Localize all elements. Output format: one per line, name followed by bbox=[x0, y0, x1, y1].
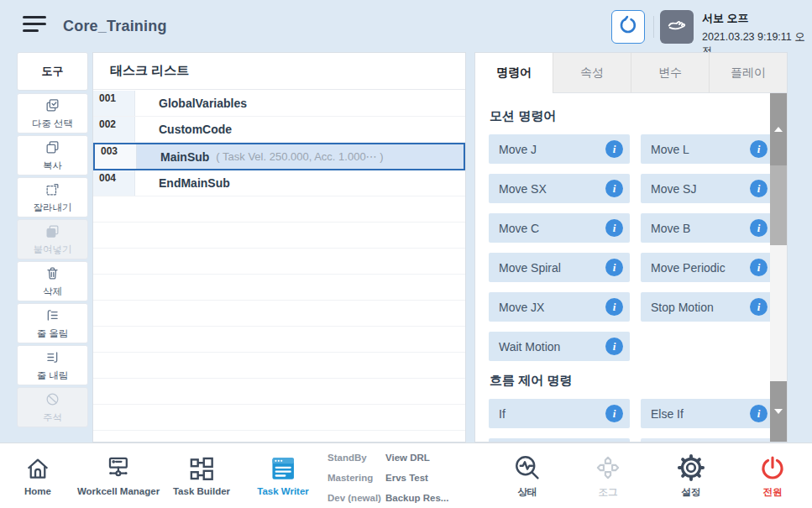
info-icon[interactable]: i bbox=[605, 180, 623, 197]
menu-icon[interactable] bbox=[23, 16, 48, 38]
tools-sidebar: 도구 다중 선택복사잘라내기붙여넣기삭제줄 올림줄 내림주석 bbox=[17, 52, 88, 443]
task-builder-icon bbox=[173, 451, 230, 483]
nav-task-builder[interactable]: Task Builder bbox=[173, 451, 230, 496]
info-icon[interactable]: i bbox=[605, 298, 623, 316]
nav-settings[interactable]: 설정 bbox=[676, 451, 706, 499]
command-label: If bbox=[499, 407, 506, 421]
command-label: Move B bbox=[651, 222, 690, 235]
command-sections: 모션 명령어Move JiMove LiMove SXiMove SJiMove… bbox=[475, 93, 787, 442]
tool-multi-select[interactable]: 다중 선택 bbox=[17, 93, 88, 134]
nav-jog[interactable]: 조그 bbox=[593, 451, 623, 499]
copy-icon bbox=[45, 139, 60, 159]
hand-guiding-button[interactable] bbox=[660, 10, 694, 44]
scrollbar-thumb[interactable] bbox=[770, 165, 787, 245]
command-button[interactable]: Wait Motioni bbox=[489, 332, 630, 361]
workcell-manager-icon bbox=[77, 451, 160, 483]
command-grid: Move JiMove LiMove SXiMove SJiMove CiMov… bbox=[489, 134, 773, 361]
tab-3[interactable]: 플레이 bbox=[709, 53, 787, 93]
command-label: Move C bbox=[499, 222, 539, 235]
tab-0[interactable]: 명령어 bbox=[475, 53, 553, 93]
status-line: Dev (newal) bbox=[327, 488, 381, 508]
nav-power[interactable]: 전원 bbox=[758, 451, 787, 499]
info-icon[interactable]: i bbox=[605, 405, 623, 422]
task-rows: 001GlobalVariables002CustomCode003MainSu… bbox=[93, 91, 465, 442]
tool-label: 붙여넣기 bbox=[34, 244, 72, 256]
nav-task-writer[interactable]: Task Writer bbox=[257, 451, 309, 496]
info-icon[interactable]: i bbox=[605, 140, 623, 158]
scroll-down-button[interactable] bbox=[770, 381, 787, 442]
info-icon[interactable]: i bbox=[750, 298, 767, 316]
info-icon[interactable]: i bbox=[750, 219, 767, 237]
tool-paste[interactable]: 붙여넣기 bbox=[17, 219, 88, 259]
row-name: MainSub( Task Vel. 250.000, Acc. 1.000⋯ … bbox=[137, 144, 384, 169]
task-row[interactable]: 004EndMainSub bbox=[93, 170, 465, 196]
command-button[interactable]: Stop Motioni bbox=[641, 292, 774, 322]
command-button[interactable]: Move Ci bbox=[489, 213, 630, 243]
empty-task-row bbox=[93, 249, 465, 275]
command-label: Move Periodic bbox=[651, 261, 726, 275]
info-icon[interactable]: i bbox=[605, 219, 623, 237]
command-button[interactable]: Move Bi bbox=[641, 213, 774, 243]
line-down-icon bbox=[45, 349, 60, 369]
command-button[interactable]: Continuei bbox=[641, 438, 774, 442]
nav-label: 상태 bbox=[512, 486, 542, 499]
tool-comment[interactable]: 주석 bbox=[17, 387, 88, 427]
row-number: 001 bbox=[93, 91, 135, 116]
cockpit-icon bbox=[617, 14, 639, 39]
hand-guiding-icon bbox=[665, 13, 689, 40]
command-button[interactable]: Else Ifi bbox=[641, 399, 774, 428]
cockpit-button[interactable] bbox=[611, 10, 645, 44]
tool-delete[interactable]: 삭제 bbox=[17, 261, 88, 301]
nav-workcell-manager[interactable]: Workcell Manager bbox=[77, 451, 160, 496]
system-status: View DRLErvs TestBackup Res... bbox=[385, 448, 448, 508]
command-panel: 명령어속성변수플레이 모션 명령어Move JiMove LiMove SXiM… bbox=[474, 52, 788, 443]
info-icon[interactable]: i bbox=[750, 180, 767, 197]
header: Core_Training 서보 오프 2021.03. bbox=[0, 0, 812, 52]
bottom-nav: StandByMasteringDev (newal) View DRLErvs… bbox=[0, 443, 812, 508]
tab-1[interactable]: 속성 bbox=[553, 53, 631, 93]
command-button[interactable]: Ifi bbox=[489, 399, 630, 428]
command-label: Move JX bbox=[499, 301, 544, 314]
command-button[interactable]: Move Li bbox=[641, 134, 774, 164]
tools-title: 도구 bbox=[17, 52, 88, 91]
cut-icon bbox=[45, 181, 60, 201]
tool-line-down[interactable]: 줄 내림 bbox=[17, 345, 88, 385]
empty-task-row bbox=[93, 353, 465, 379]
command-button[interactable]: Move Ji bbox=[489, 134, 630, 164]
tab-2[interactable]: 변수 bbox=[631, 53, 709, 93]
tool-label: 다중 선택 bbox=[32, 118, 73, 130]
command-button[interactable]: Move JXi bbox=[489, 292, 630, 322]
status-line: Ervs Test bbox=[385, 468, 448, 488]
tool-cut[interactable]: 잘라내기 bbox=[17, 177, 88, 217]
command-button[interactable]: Move Periodici bbox=[641, 253, 774, 282]
task-row[interactable]: 001GlobalVariables bbox=[93, 91, 465, 117]
info-icon[interactable]: i bbox=[750, 259, 767, 276]
header-divider bbox=[653, 16, 654, 38]
line-up-icon bbox=[45, 307, 60, 327]
info-icon[interactable]: i bbox=[750, 140, 767, 158]
nav-status[interactable]: 상태 bbox=[512, 451, 542, 499]
task-writer-icon bbox=[257, 451, 309, 483]
nav-label: 전원 bbox=[758, 486, 787, 499]
tool-line-up[interactable]: 줄 올림 bbox=[17, 303, 88, 343]
command-button[interactable]: Move SJi bbox=[641, 174, 774, 203]
info-icon[interactable]: i bbox=[750, 405, 767, 422]
task-row[interactable]: 003MainSub( Task Vel. 250.000, Acc. 1.00… bbox=[93, 143, 465, 170]
command-button[interactable]: Repeati bbox=[489, 438, 630, 442]
tool-copy[interactable]: 복사 bbox=[17, 135, 88, 175]
nav-home[interactable]: Home bbox=[24, 451, 51, 496]
command-button[interactable]: Move SXi bbox=[489, 174, 630, 203]
command-label: Else If bbox=[651, 407, 684, 421]
page-title: Core_Training bbox=[63, 0, 167, 52]
status-line: Backup Res... bbox=[385, 488, 448, 508]
task-row[interactable]: 002CustomCode bbox=[93, 117, 465, 143]
nav-label: Task Writer bbox=[257, 486, 309, 496]
scroll-up-button[interactable] bbox=[770, 93, 787, 165]
delete-icon bbox=[45, 265, 60, 285]
tool-label: 복사 bbox=[43, 160, 62, 172]
info-icon[interactable]: i bbox=[605, 338, 623, 355]
info-icon[interactable]: i bbox=[605, 259, 623, 276]
empty-task-row bbox=[93, 275, 465, 301]
command-button[interactable]: Move Spirali bbox=[489, 253, 630, 282]
tool-label: 줄 올림 bbox=[37, 327, 69, 340]
